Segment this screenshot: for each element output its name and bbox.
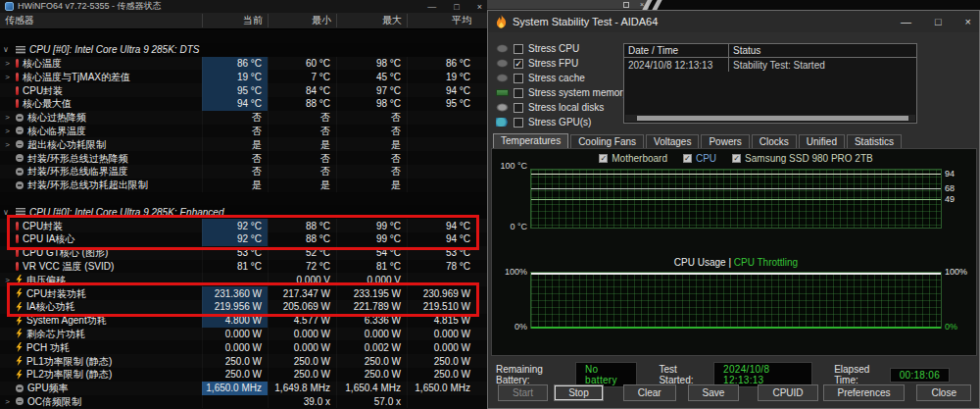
sensor-row[interactable]: IA核心功耗219.956 W205.069 W221.789 W219.510… bbox=[0, 300, 487, 314]
legend-checkbox[interactable]: ✓ bbox=[599, 154, 608, 163]
sensor-avg-value bbox=[407, 395, 476, 409]
checkbox-unchecked[interactable] bbox=[514, 88, 523, 98]
sensor-row[interactable]: CPU封装功耗231.360 W217.347 W233.195 W230.96… bbox=[0, 286, 487, 300]
sensor-avg-value: 95 °C bbox=[407, 97, 476, 111]
sensor-row[interactable]: System Agent功耗4.800 W4.577 W6.336 W4.815… bbox=[0, 314, 487, 328]
lightning-icon bbox=[16, 356, 23, 366]
result-tabs: TemperaturesCooling FansVoltagesPowersCl… bbox=[493, 133, 904, 149]
tab-voltages[interactable]: Voltages bbox=[646, 134, 699, 149]
checkbox-checked[interactable]: ✓ bbox=[514, 59, 523, 69]
legend-item[interactable]: ✓CPU bbox=[683, 153, 716, 164]
column-header-current[interactable]: 当前 bbox=[202, 14, 268, 27]
stress-option[interactable]: ✓Stress FPU bbox=[496, 56, 628, 71]
sensor-label: CPU封装 bbox=[23, 220, 63, 232]
sensor-group-row[interactable]: ∨CPU [#0]: Intel Core Ultra 9 285K: Enha… bbox=[0, 205, 487, 219]
lightning-icon bbox=[16, 275, 23, 284]
tab-statistics[interactable]: Statistics bbox=[847, 134, 902, 149]
sensor-max-value: 1,650.4 MHz bbox=[336, 382, 407, 395]
checkbox-unchecked[interactable] bbox=[514, 103, 523, 113]
tab-powers[interactable]: Powers bbox=[701, 134, 749, 149]
stress-option[interactable]: Stress cache bbox=[496, 71, 628, 85]
checkbox-unchecked[interactable] bbox=[514, 118, 523, 128]
sensor-spacer-row bbox=[0, 29, 487, 43]
column-header-max[interactable]: 最大 bbox=[336, 14, 407, 27]
stress-option[interactable]: Stress system memory bbox=[496, 85, 628, 100]
sensor-max-value: 57.0 x bbox=[336, 395, 407, 409]
column-header-sensor[interactable]: 传感器 bbox=[0, 14, 202, 27]
legend-checkbox[interactable]: ✓ bbox=[683, 154, 692, 163]
sensor-row[interactable]: 封装/环形总线功耗超出限制是是是 bbox=[0, 179, 487, 192]
close-button[interactable]: × bbox=[965, 16, 971, 27]
legend-checkbox[interactable]: ✓ bbox=[732, 154, 741, 163]
sensor-row[interactable]: 封装/环形总线过热降频否否否 bbox=[0, 151, 487, 165]
aida64-titlebar[interactable]: System Stability Test - AIDA64 — □ × bbox=[488, 11, 979, 32]
sensor-row[interactable]: CPU IA核心92 °C88 °C99 °C94 °C bbox=[0, 232, 487, 246]
sensor-row[interactable]: VR VCC 温度 (SVID)81 °C72 °C81 °C78 °C bbox=[0, 260, 487, 274]
tab-unified[interactable]: Unified bbox=[799, 134, 845, 149]
sensor-avg-value bbox=[407, 111, 476, 125]
stress-option[interactable]: Stress CPU bbox=[496, 41, 628, 56]
column-header-avg[interactable]: 平均 bbox=[407, 14, 476, 27]
sensor-avg-value bbox=[407, 179, 476, 192]
sensor-row[interactable]: CPU GT核心 (图形)53 °C52 °C54 °C53 °C bbox=[0, 246, 487, 260]
close-button[interactable]: × bbox=[477, 2, 482, 12]
maximize-button[interactable]: □ bbox=[935, 16, 942, 27]
sensor-label: System Agent功耗 bbox=[26, 314, 107, 327]
sensor-group-row[interactable]: ∨CPU [#0]: Intel Core Ultra 9 285K: DTS bbox=[0, 43, 487, 57]
sensor-row[interactable]: GPU频率1,650.0 MHz1,649.8 MHz1,650.4 MHz1,… bbox=[0, 382, 487, 395]
sensor-current-value: 250.0 W bbox=[202, 354, 268, 368]
sensor-row[interactable]: >核心温度86 °C60 °C98 °C86 °C bbox=[0, 57, 487, 71]
stop-button[interactable]: Stop bbox=[554, 384, 604, 401]
sensor-row[interactable]: >OC倍频限制39.0 x57.0 x bbox=[0, 395, 487, 409]
sensor-row[interactable]: PL2功率限制 (静态)250.0 W250.0 W250.0 W250.0 W bbox=[0, 368, 487, 382]
legend-item[interactable]: ✓Motherboard bbox=[599, 153, 667, 164]
tab-temperatures[interactable]: Temperatures bbox=[493, 133, 568, 149]
preferences-button[interactable]: Preferences bbox=[823, 384, 906, 401]
checkbox-unchecked[interactable] bbox=[514, 74, 523, 83]
sensor-row[interactable]: CPU封装95 °C84 °C97 °C94 °C bbox=[0, 83, 487, 97]
maximize-button[interactable]: □ bbox=[454, 2, 459, 12]
sensor-current-value: 是 bbox=[202, 179, 268, 192]
tab-clocks[interactable]: Clocks bbox=[752, 134, 797, 149]
stress-option[interactable]: Stress GPU(s) bbox=[496, 115, 628, 129]
sensor-row[interactable]: >核心临界温度否否否 bbox=[0, 125, 487, 138]
log-scrollbar-thumb[interactable] bbox=[637, 116, 908, 121]
sensor-row[interactable]: >电压偏移0.000 V0.000 V bbox=[0, 273, 487, 286]
close-button[interactable]: Close bbox=[916, 384, 971, 401]
sensor-row[interactable]: 核心最大值94 °C88 °C98 °C95 °C bbox=[0, 97, 487, 111]
stress-option[interactable]: Stress local disks bbox=[496, 100, 628, 115]
log-horizontal-scrollbar[interactable] bbox=[625, 115, 915, 122]
minimize-button[interactable]: — bbox=[427, 2, 436, 12]
sensor-row[interactable]: >超出核心功耗限制是是是 bbox=[0, 137, 487, 151]
sensor-max-value: 97 °C bbox=[336, 83, 407, 97]
sensor-row[interactable]: PCH 功耗0.000 W0.000 W0.002 W0.000 W bbox=[0, 340, 487, 354]
legend-item[interactable]: ✓Samsung SSD 980 PRO 2TB bbox=[732, 153, 873, 164]
checkbox-unchecked[interactable] bbox=[514, 44, 523, 54]
hwinfo-titlebar[interactable]: HWiNFO64 v7.72-5355 - 传感器状态 — □ × bbox=[0, 0, 487, 13]
sensor-max-value: 0.000 V bbox=[336, 273, 407, 286]
sensor-row[interactable]: >核心过热降频否否否 bbox=[0, 111, 487, 125]
cpuid-button[interactable]: CPUID bbox=[758, 384, 817, 401]
sensor-max-value: 6.336 W bbox=[336, 314, 407, 328]
lightning-icon bbox=[16, 316, 23, 326]
save-button[interactable]: Save bbox=[688, 384, 740, 401]
column-header-min[interactable]: 最小 bbox=[268, 14, 336, 27]
start-button[interactable]: Start bbox=[498, 384, 548, 401]
sensor-row[interactable]: >核心温度与TjMAX的差值19 °C7 °C45 °C19 °C bbox=[0, 70, 487, 83]
sensor-label: OC倍频限制 bbox=[27, 395, 81, 408]
sensor-current-value: 1,650.0 MHz bbox=[202, 382, 268, 395]
log-row[interactable]: 2024/10/8 12:13:13Stability Test: Starte… bbox=[624, 58, 916, 72]
sensor-label: 封装/环形总线功耗超出限制 bbox=[27, 179, 148, 191]
temp-axis-bottom-label: 0 °C bbox=[496, 222, 527, 231]
sensor-name-cell: CPU封装 bbox=[0, 83, 202, 97]
sensor-row[interactable]: CPU封装92 °C88 °C99 °C94 °C bbox=[0, 219, 487, 232]
sensor-max-value: 否 bbox=[336, 111, 407, 125]
tab-cooling-fans[interactable]: Cooling Fans bbox=[570, 134, 644, 149]
sensor-row[interactable]: 封装/环形总线临界温度否否否 bbox=[0, 165, 487, 179]
minimize-button[interactable]: — bbox=[901, 16, 911, 27]
sensor-row[interactable]: PL1功率限制 (静态)250.0 W250.0 W250.0 W250.0 W bbox=[0, 354, 487, 368]
sensor-row[interactable]: 剩余芯片功耗0.000 W0.000 W0.000 W0.000 W bbox=[0, 328, 487, 341]
sensor-current-value: 86 °C bbox=[202, 57, 268, 71]
clear-button[interactable]: Clear bbox=[623, 384, 676, 401]
sensor-name-cell: GPU频率 bbox=[0, 382, 202, 395]
